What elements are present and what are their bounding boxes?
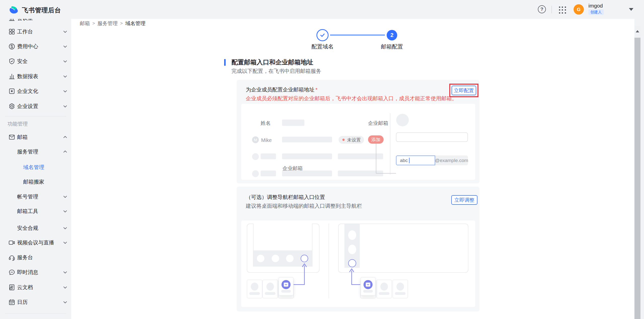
nav-illustration xyxy=(241,221,475,307)
skeleton-bar xyxy=(261,171,276,176)
org-settings-icon xyxy=(8,103,15,110)
app-card xyxy=(392,280,408,298)
chevron-down-icon xyxy=(63,270,67,275)
illustration-name-header: 姓名 xyxy=(261,120,271,127)
email-prefix-input: abc xyxy=(396,155,435,165)
connector-line xyxy=(376,173,396,174)
workplace-icon xyxy=(8,28,15,35)
sidebar-item-meeting-room[interactable]: 会议室 xyxy=(0,19,71,23)
skeleton-bar xyxy=(338,153,383,159)
sidebar-item-mail-tools[interactable]: 邮箱工具 xyxy=(0,206,71,216)
text-cursor xyxy=(409,158,410,163)
email-suffix-box: @example.com xyxy=(435,155,468,165)
mailbox-illustration: 姓名 企业邮箱 M Mike 未设置 添加 企业邮箱 xyxy=(241,104,475,180)
chevron-down-icon xyxy=(63,209,67,214)
avatar[interactable]: G xyxy=(574,4,584,15)
sidebar-item-video-meeting[interactable]: 视频会议与直播 xyxy=(0,238,71,248)
data-report-icon xyxy=(8,73,15,80)
breadcrumb-service-mgmt[interactable]: 服务管理 xyxy=(98,20,118,27)
breadcrumb-mail[interactable]: 邮箱 xyxy=(80,20,90,27)
chevron-down-icon xyxy=(63,300,67,304)
help-icon[interactable]: ? xyxy=(538,5,546,13)
chevron-down-icon xyxy=(63,29,67,34)
chevron-up-icon xyxy=(63,135,67,139)
nav-slot xyxy=(286,255,294,262)
sidebar-item-domain-mgmt[interactable]: 域名管理 xyxy=(0,162,71,172)
sidebar-item-data-report[interactable]: 数据报表 xyxy=(0,71,71,81)
chevron-down-icon xyxy=(63,240,67,245)
nav-slot xyxy=(272,255,279,262)
breadcrumb: 邮箱 > 服务管理 > 域名管理 xyxy=(80,20,145,27)
culture-icon xyxy=(8,88,15,95)
app-logo: 飞书管理后台 xyxy=(8,4,61,16)
member-avatar: M xyxy=(252,136,259,143)
connector-line xyxy=(376,144,376,174)
chevron-down-icon xyxy=(63,74,67,79)
step-1-done-icon xyxy=(316,29,329,41)
scrollbar-thumb[interactable] xyxy=(634,38,640,319)
sidebar-item-service-mgmt[interactable]: 服务管理 xyxy=(0,147,71,157)
cost-center-icon xyxy=(8,43,15,50)
video-icon xyxy=(8,239,15,246)
sidebar-item-calendar[interactable]: 日历 xyxy=(0,297,71,307)
sidebar-divider xyxy=(5,116,66,117)
page-title: 配置邮箱入口和企业邮箱地址 xyxy=(231,58,313,66)
skeleton-bar xyxy=(261,153,276,159)
main-content: 邮箱 > 服务管理 > 域名管理 2 配置域名 邮箱配置 配置邮箱入口和企业邮箱… xyxy=(71,19,640,319)
sidebar-item-cost-center[interactable]: 费用中心 xyxy=(0,41,71,51)
scrollbar-up-arrow[interactable] xyxy=(634,26,640,36)
sidebar-item-mail-migration[interactable]: 邮箱搬家 xyxy=(0,177,71,187)
step-2-badge: 2 xyxy=(387,30,397,40)
chevron-up-icon xyxy=(63,149,67,154)
sidebar-item-helpdesk[interactable]: 服务台 xyxy=(0,252,71,262)
header-divider xyxy=(551,6,552,13)
chevron-down-icon xyxy=(63,104,67,109)
card-nav-entry: （可选）调整导航栏邮箱入口位置 建议将桌面端和移动端的邮箱入口调整到主导航栏 立… xyxy=(237,187,479,311)
nav-target-slot xyxy=(301,255,308,262)
sidebar-divider xyxy=(5,313,66,314)
card-subtitle: 建议将桌面端和移动端的邮箱入口调整到主导航栏 xyxy=(246,202,362,209)
nav-slot xyxy=(257,255,264,262)
sidebar-item-im[interactable]: 即时消息 xyxy=(0,267,71,277)
feishu-logo-icon xyxy=(8,4,19,16)
sidebar: 会议室 工作台 费用中心 安全 数据报表 企业文化 企业设置 xyxy=(0,19,71,319)
sidebar-item-culture[interactable]: 企业文化 xyxy=(0,86,71,96)
mail-bubble-icon xyxy=(281,280,291,289)
illustration-email-header: 企业邮箱 xyxy=(368,120,388,127)
adjust-now-button[interactable]: 立即调整 xyxy=(451,195,477,205)
im-icon xyxy=(8,269,15,276)
empty-input-box xyxy=(396,132,468,142)
nav-slot xyxy=(348,230,356,240)
chevron-down-icon xyxy=(63,89,67,93)
apps-grid-icon[interactable] xyxy=(559,7,566,14)
nav-slot xyxy=(348,245,356,254)
page-subtitle: 完成以下配置，在飞书中启用邮箱服务 xyxy=(231,68,321,75)
member-name: Mike xyxy=(261,137,272,143)
mail-bubble-icon xyxy=(364,280,373,289)
sidebar-item-account-mgmt[interactable]: 帐号管理 xyxy=(0,192,71,202)
user-role-badge: 创建人 xyxy=(588,9,604,15)
breadcrumb-current: 域名管理 xyxy=(125,20,145,27)
dropdown-caret-icon[interactable] xyxy=(629,8,633,11)
skeleton-avatar-large xyxy=(396,114,409,126)
sidebar-item-security-compliance[interactable]: 安全合规 xyxy=(0,223,71,233)
sidebar-item-mail[interactable]: 邮箱 xyxy=(0,132,71,142)
user-name: imgod xyxy=(588,3,603,9)
sidebar-item-workplace[interactable]: 工作台 xyxy=(0,27,71,37)
illustration-divider xyxy=(329,224,329,298)
chevron-down-icon xyxy=(63,285,67,290)
card-mailbox-address: 为企业成员配置企业邮箱地址* 企业成员必须配置对应的企业邮箱后，飞书中才会出现邮… xyxy=(237,80,479,183)
sidebar-section-label: 功能管理 xyxy=(8,121,28,127)
chevron-down-icon xyxy=(63,226,67,230)
step-connector-line xyxy=(330,35,385,35)
skeleton-bar xyxy=(282,120,304,126)
skeleton-avatar xyxy=(252,153,259,160)
sidebar-item-org-settings[interactable]: 企业设置 xyxy=(0,101,71,111)
configure-now-button[interactable]: 立即配置 xyxy=(452,86,476,95)
skeleton-bar xyxy=(282,153,332,159)
skeleton-bar xyxy=(282,137,332,142)
sidebar-item-cloud-docs[interactable]: 云文档 xyxy=(0,282,71,292)
sidebar-item-security[interactable]: 安全 xyxy=(0,56,71,66)
skeleton-bar xyxy=(282,171,332,176)
top-header: 飞书管理后台 ? G imgod 创建人 xyxy=(0,0,644,19)
